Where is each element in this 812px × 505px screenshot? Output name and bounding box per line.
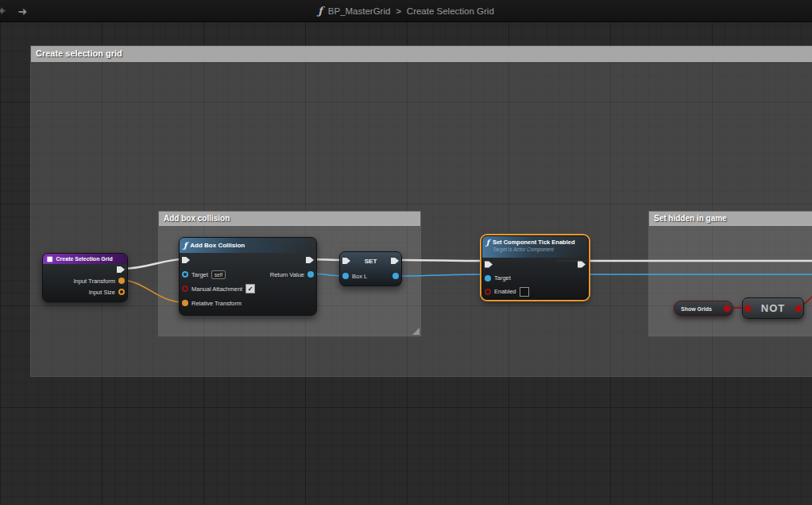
variable-label: Show Grids — [675, 306, 724, 312]
node-title: Add Box Collision — [190, 242, 245, 249]
node-title: Create Selection Grid — [56, 256, 113, 262]
input-size-pin[interactable] — [118, 289, 125, 295]
box-l-in-pin[interactable] — [342, 273, 349, 279]
function-icon: ƒ — [184, 241, 187, 250]
bool-out-pin[interactable] — [795, 305, 802, 312]
bool-out-pin[interactable] — [724, 305, 730, 312]
function-icon: ƒ — [318, 5, 323, 17]
comment-resize-grip[interactable] — [412, 328, 420, 335]
node-set-component-tick-enabled[interactable]: ƒ Set Component Tick Enabled Target is A… — [481, 235, 589, 300]
input-transform-row: Input Transform — [73, 275, 125, 286]
input-transform-pin[interactable] — [118, 278, 125, 284]
pin-label: Enabled — [494, 288, 516, 295]
target-pin[interactable] — [485, 275, 491, 282]
exec-out-pin[interactable] — [578, 261, 586, 269]
node-create-selection-grid[interactable]: ▦ Create Selection Grid Input Transform … — [42, 253, 128, 302]
exec-out-row — [117, 264, 125, 275]
exec-in-pin[interactable] — [342, 257, 350, 265]
node-show-grids[interactable]: Show Grids — [674, 301, 733, 317]
manual-attachment-row: Manual Attachment ✓ — [182, 282, 255, 296]
breadcrumb-root[interactable]: BP_MasterGrid — [328, 6, 391, 16]
pin-label: Return Value — [270, 271, 304, 278]
target-self-value: self — [211, 270, 226, 279]
box-l-out-pin[interactable] — [392, 273, 399, 279]
exec-in-pin[interactable] — [485, 261, 493, 269]
pin-label: Input Size — [89, 289, 115, 296]
node-title: Set Component Tick Enabled — [493, 239, 575, 246]
pin-label: Box L — [352, 273, 367, 280]
target-row: Target — [485, 271, 529, 285]
exec-in-row — [485, 258, 529, 271]
pin-label: Manual Attachment — [191, 286, 242, 293]
breadcrumb: ƒ BP_MasterGrid > Create Selection Grid — [318, 0, 494, 21]
pin-label: Target — [494, 274, 511, 282]
pin-label: Target — [191, 271, 208, 278]
input-size-row: Input Size — [89, 286, 125, 297]
pin-label: Input Transform — [73, 278, 115, 285]
node-set-box-l[interactable]: SET Box L — [339, 251, 402, 286]
node-subtitle: Target is Actor Component — [493, 247, 554, 252]
breadcrumb-separator: > — [396, 6, 400, 16]
node-not[interactable]: NOT — [742, 297, 804, 319]
enabled-pin[interactable] — [485, 289, 491, 295]
exec-in-row — [182, 253, 255, 267]
grid-icon: ▦ — [47, 255, 53, 262]
manual-attachment-checkbox[interactable]: ✓ — [246, 284, 255, 293]
enabled-checkbox[interactable] — [520, 287, 529, 297]
node-title: NOT — [751, 302, 795, 314]
manual-attachment-pin[interactable] — [182, 286, 188, 292]
blueprint-canvas[interactable]: ✦ ➜ ƒ BP_MasterGrid > Create Selection G… — [0, 0, 812, 505]
target-row: Target self — [182, 267, 255, 282]
bool-in-pin[interactable] — [744, 305, 751, 312]
exec-in-pin[interactable] — [182, 256, 190, 264]
box-l-row: Box L — [342, 270, 367, 282]
relative-transform-row: Relative Transform — [182, 296, 255, 310]
breadcrumb-current[interactable]: Create Selection Grid — [407, 6, 494, 16]
function-icon: ƒ — [486, 239, 489, 247]
exec-out-row — [306, 253, 314, 267]
enabled-row: Enabled — [485, 285, 529, 298]
target-pin[interactable] — [182, 271, 188, 278]
return-value-pin[interactable] — [307, 271, 314, 278]
exec-out-pin[interactable] — [306, 256, 314, 264]
node-title: SET — [354, 258, 388, 265]
comment-header[interactable]: Create selection grid — [31, 46, 812, 62]
comment-header[interactable]: Set hidden in game — [649, 212, 812, 226]
graph-title-bar: ✦ ➜ ƒ BP_MasterGrid > Create Selection G… — [0, 0, 812, 22]
set-header-row: SET — [340, 252, 401, 270]
forward-arrow-icon[interactable]: ➜ — [18, 5, 28, 17]
comment-header[interactable]: Add box collision — [159, 212, 420, 226]
box-l-out-row — [392, 270, 399, 282]
exec-out-pin[interactable] — [117, 266, 125, 274]
exec-out-row — [578, 258, 586, 271]
return-value-row: Return Value — [270, 267, 314, 282]
exec-out-pin[interactable] — [391, 257, 399, 265]
pin-label: Relative Transform — [191, 300, 242, 307]
node-add-box-collision[interactable]: ƒ Add Box Collision Target self Manual A… — [179, 237, 317, 316]
relative-transform-pin[interactable] — [182, 300, 188, 306]
comment-body[interactable] — [649, 225, 812, 336]
dock-icon[interactable]: ✦ — [0, 4, 7, 18]
